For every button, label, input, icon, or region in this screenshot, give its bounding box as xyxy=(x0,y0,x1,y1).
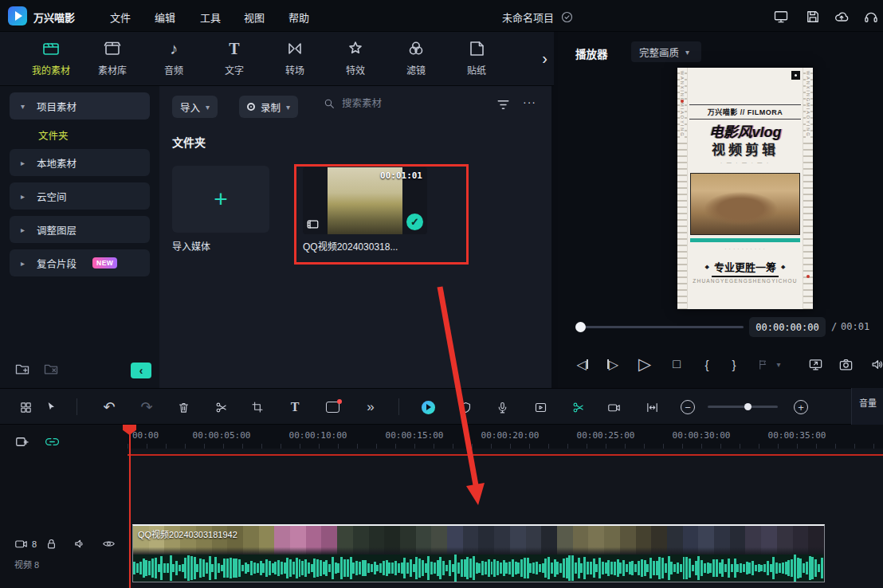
film-clip-icon xyxy=(307,218,319,230)
layout-monitor-icon[interactable] xyxy=(773,9,789,25)
poster-deco-ticks: · — · — · — · xyxy=(688,160,803,165)
media-clip-card[interactable]: 00:01:01 ✓ xyxy=(303,167,427,234)
link-clips-icon[interactable] xyxy=(45,434,61,450)
sidebar-item-compound-clip[interactable]: ▸ 复合片段 NEW xyxy=(10,249,150,276)
tab-stickers[interactable]: 贴纸 xyxy=(446,38,507,81)
tab-transitions[interactable]: 转场 xyxy=(265,38,325,81)
add-media-track-icon[interactable] xyxy=(14,434,30,450)
timeline-clip-name: QQ视频20240303181942 xyxy=(138,527,237,540)
zoom-in-icon[interactable]: + xyxy=(791,397,811,417)
caret-down-icon: ▾ xyxy=(286,103,290,112)
timeline-zoom-slider[interactable] xyxy=(708,406,778,408)
delete-icon[interactable] xyxy=(173,397,194,417)
crop-icon[interactable] xyxy=(247,397,268,417)
tabs-expand-icon[interactable]: › xyxy=(542,49,547,68)
search-input[interactable] xyxy=(342,98,445,109)
tab-audio[interactable]: ♪ 音频 xyxy=(143,38,204,81)
tab-text[interactable]: T 文字 xyxy=(204,38,265,81)
search-box[interactable] xyxy=(323,97,445,110)
more-options-icon[interactable]: ··· xyxy=(523,96,536,108)
import-button[interactable]: 导入 ▾ xyxy=(172,96,218,118)
app-logo-icon[interactable] xyxy=(8,6,27,25)
library-icon xyxy=(103,38,122,59)
sidebar-item-project-media[interactable]: ▾ 项目素材 xyxy=(10,92,150,120)
ruler-label: 00:00:30:00 xyxy=(673,430,731,441)
snapshot-camera-icon[interactable] xyxy=(835,354,856,374)
fullscreen-output-icon[interactable] xyxy=(805,354,826,374)
more-tools-icon[interactable]: » xyxy=(360,397,381,417)
save-icon[interactable] xyxy=(805,9,821,25)
filter-icon[interactable] xyxy=(496,97,512,112)
sticker-icon xyxy=(467,38,486,59)
caret-right-icon: ▸ xyxy=(21,192,29,201)
player-seek-handle[interactable] xyxy=(575,322,586,332)
mark-out-button[interactable]: } xyxy=(724,354,744,374)
menu-tools[interactable]: 工具 xyxy=(200,10,221,25)
sidebar-item-cloud[interactable]: ▸ 云空间 xyxy=(10,182,150,210)
menu-view[interactable]: 视图 xyxy=(244,10,265,25)
selected-check-icon[interactable]: ✓ xyxy=(406,214,423,230)
search-icon xyxy=(323,97,336,110)
track-lock-icon[interactable] xyxy=(45,537,61,553)
speaker-icon[interactable] xyxy=(867,354,883,374)
record-button[interactable]: 录制 ▾ xyxy=(239,96,298,118)
menu-help[interactable]: 帮助 xyxy=(288,10,309,25)
menu-file[interactable]: 文件 xyxy=(110,10,131,25)
new-badge: NEW xyxy=(92,257,117,269)
poster-title-2: 视频剪辑 xyxy=(688,139,803,159)
snapshot-icon[interactable] xyxy=(603,397,624,417)
render-preview-icon[interactable] xyxy=(530,397,551,417)
timeline-red-line xyxy=(128,454,883,456)
add-text-icon[interactable]: T xyxy=(285,397,305,417)
ruler-label: 00:00:15:00 xyxy=(386,430,444,441)
marker-caret-icon[interactable]: ▾ xyxy=(768,354,789,374)
undo-icon[interactable]: ↶ xyxy=(99,397,120,417)
timeline-clip[interactable]: QQ视频20240303181942 xyxy=(132,524,825,582)
zoom-out-icon[interactable]: − xyxy=(677,397,698,417)
zoom-slider-handle[interactable] xyxy=(744,403,752,410)
mask-icon[interactable] xyxy=(322,397,343,417)
select-cursor-icon[interactable] xyxy=(41,397,61,417)
cloud-upload-icon[interactable] xyxy=(834,9,850,25)
collapse-sidebar-button[interactable]: ‹ xyxy=(131,363,151,378)
fit-timeline-icon[interactable] xyxy=(642,397,662,417)
player-seek-bar[interactable] xyxy=(579,326,744,328)
quality-selector[interactable]: 完整画质 ▾ xyxy=(631,41,701,62)
delete-folder-icon[interactable] xyxy=(43,361,59,377)
sidebar-item-adjustment-layer[interactable]: ▸ 调整图层 xyxy=(10,216,150,243)
track-label: 视频 8 xyxy=(14,558,39,570)
next-frame-button[interactable]: ▷ xyxy=(602,354,623,374)
poster-teal-bar xyxy=(690,238,800,242)
transition-icon xyxy=(285,38,304,59)
project-status-icon xyxy=(560,10,574,24)
tab-filters[interactable]: 滤镜 xyxy=(386,38,446,81)
support-headset-icon[interactable] xyxy=(863,9,879,25)
split-scissors-icon[interactable] xyxy=(210,397,231,417)
import-media-card[interactable]: + xyxy=(172,166,269,233)
asset-tabs-bar: 我的素材 素材库 ♪ 音频 T 文字 转场 特效 滤镜 贴纸 › xyxy=(0,32,554,86)
track-mute-speaker-icon[interactable] xyxy=(73,537,89,553)
add-folder-icon[interactable] xyxy=(14,361,30,377)
media-view-grid-icon[interactable] xyxy=(15,397,36,417)
timecode-separator: / xyxy=(831,321,837,332)
previous-frame-button[interactable]: ◁ xyxy=(572,354,593,374)
plus-icon: + xyxy=(214,186,228,213)
track-visibility-eye-icon[interactable] xyxy=(102,537,118,553)
voiceover-mic-icon[interactable] xyxy=(492,397,512,417)
mark-in-button[interactable]: { xyxy=(697,354,717,374)
tab-effects[interactable]: 特效 xyxy=(325,38,386,81)
smart-cut-icon[interactable] xyxy=(567,397,588,417)
tab-my-media[interactable]: 我的素材 xyxy=(21,38,81,81)
track-camera-icon[interactable] xyxy=(14,537,30,553)
play-button[interactable]: ▷ xyxy=(634,354,655,374)
redo-icon[interactable]: ↷ xyxy=(136,397,157,417)
tab-stock-library[interactable]: 素材库 xyxy=(82,38,143,81)
poster-brand-line: 万兴喵影 // FILMORA xyxy=(689,104,801,120)
sidebar-item-folder[interactable]: 文件夹 xyxy=(38,127,150,143)
speed-ramping-icon[interactable] xyxy=(418,397,438,417)
stop-button[interactable]: □ xyxy=(666,354,687,374)
playhead[interactable] xyxy=(129,425,131,588)
sidebar-item-local-media[interactable]: ▸ 本地素材 xyxy=(10,149,150,176)
menu-edit[interactable]: 编辑 xyxy=(155,10,175,25)
stabilize-shield-icon[interactable] xyxy=(455,397,476,417)
